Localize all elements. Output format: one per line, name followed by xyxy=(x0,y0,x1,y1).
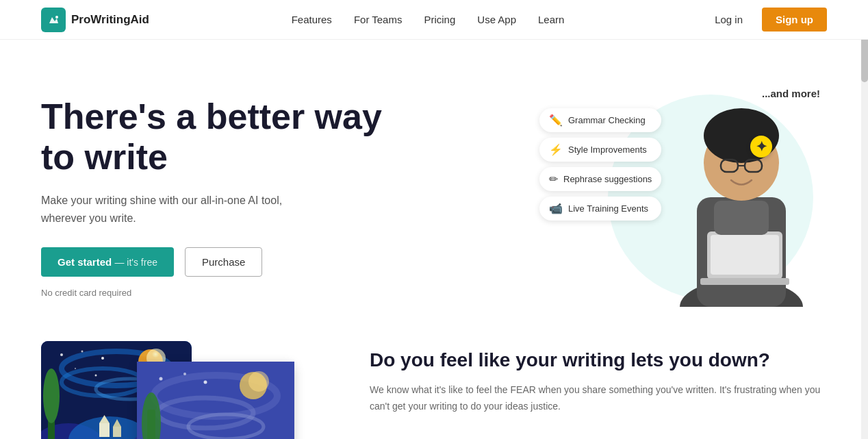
feature-cards-list: ✏️ Grammar Checking ⚡ Style Improvements… xyxy=(539,108,661,221)
get-started-button[interactable]: Get started — it's free xyxy=(41,247,174,277)
training-icon: 📹 xyxy=(549,202,563,215)
feature-card-style: ⚡ Style Improvements xyxy=(539,138,661,162)
scrollbar-track[interactable] xyxy=(861,0,868,439)
svg-point-41 xyxy=(183,373,186,375)
feature-card-training: 📹 Live Training Events xyxy=(539,197,661,221)
section-body: We know what it's like to feel the FEAR … xyxy=(370,382,827,415)
hero-buttons: Get started — it's free Purchase xyxy=(41,247,383,277)
feature-card-grammar: ✏️ Grammar Checking xyxy=(539,108,661,132)
svg-point-29 xyxy=(43,368,60,423)
svg-rect-30 xyxy=(99,423,110,437)
rephrase-label: Rephrase suggestions xyxy=(563,174,652,184)
section-images: My idea in my head xyxy=(41,341,315,439)
svg-point-1 xyxy=(55,16,58,18)
brand-name: ProWritingAid xyxy=(71,13,149,27)
and-more-label: ...and more! xyxy=(762,88,820,99)
section-heading: Do you feel like your writing lets you d… xyxy=(370,348,827,373)
no-credit-card-text: No credit card required xyxy=(41,288,383,298)
svg-point-19 xyxy=(60,353,63,356)
login-button[interactable]: Log in xyxy=(706,10,751,29)
style-icon: ⚡ xyxy=(549,143,563,156)
brand-logo-icon xyxy=(41,8,66,32)
writing-svg xyxy=(137,362,294,439)
nav-item-use-app[interactable]: Use App xyxy=(477,14,516,25)
get-started-label: Get started xyxy=(58,256,112,268)
hero-section: There's a better way to write Make your … xyxy=(0,40,868,341)
feature-card-rephrase: ✏ Rephrase suggestions xyxy=(539,167,661,191)
signup-button[interactable]: Sign up xyxy=(762,8,827,32)
svg-point-22 xyxy=(75,368,76,369)
svg-point-21 xyxy=(101,357,104,360)
grammar-icon: ✏️ xyxy=(549,114,563,127)
purchase-button[interactable]: Purchase xyxy=(185,247,262,277)
svg-rect-10 xyxy=(711,235,779,275)
brand-link[interactable]: ProWritingAid xyxy=(41,8,149,32)
nav-actions: Log in Sign up xyxy=(706,8,827,32)
hero-person xyxy=(669,88,813,307)
person-svg xyxy=(669,88,813,307)
nav-item-learn[interactable]: Learn xyxy=(538,14,564,25)
svg-point-40 xyxy=(159,377,163,381)
hero-title: There's a better way to write xyxy=(41,97,383,179)
training-label: Live Training Events xyxy=(568,203,648,214)
free-label: — it's free xyxy=(114,257,157,268)
style-label: Style Improvements xyxy=(568,145,647,155)
nav-item-features[interactable]: Features xyxy=(292,14,332,25)
navbar: ProWritingAid Features For Teams Pricing… xyxy=(0,0,868,40)
svg-point-39 xyxy=(248,371,269,392)
svg-rect-32 xyxy=(113,427,121,437)
writing-image xyxy=(137,362,294,439)
section-text: Do you feel like your writing lets you d… xyxy=(370,341,827,415)
plus-badge: ✦ xyxy=(750,136,772,158)
svg-rect-12 xyxy=(714,201,769,235)
rephrase-icon: ✏ xyxy=(549,173,558,186)
nav-menu: Features For Teams Pricing Use App Learn xyxy=(292,14,565,26)
nav-item-pricing[interactable]: Pricing xyxy=(424,14,455,25)
nav-item-for-teams[interactable]: For Teams xyxy=(354,14,403,25)
hero-illustration: ✏️ Grammar Checking ⚡ Style Improvements… xyxy=(539,81,827,314)
svg-point-42 xyxy=(204,381,207,384)
hero-subtitle: Make your writing shine with our all-in-… xyxy=(41,192,329,227)
grammar-label: Grammar Checking xyxy=(568,115,646,125)
hero-left: There's a better way to write Make your … xyxy=(41,97,383,299)
svg-point-20 xyxy=(81,351,84,353)
svg-point-23 xyxy=(95,375,97,377)
section-bottom: My idea in my head Do you feel like your… xyxy=(0,341,868,439)
svg-rect-11 xyxy=(700,278,789,285)
